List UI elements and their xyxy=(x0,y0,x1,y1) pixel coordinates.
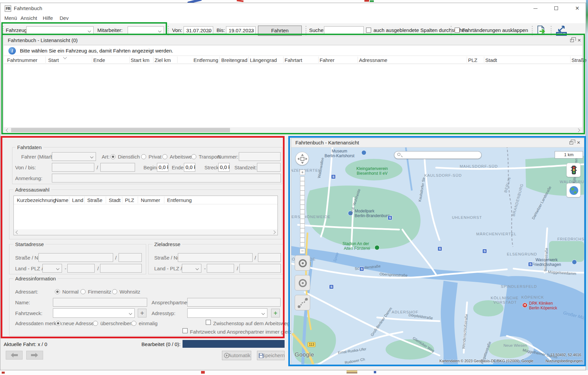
column-header-fahrer[interactable]: Fahrer xyxy=(320,57,334,63)
anmerkung-input[interactable] xyxy=(52,174,281,182)
start-land-select[interactable] xyxy=(42,264,62,273)
stadium-icon[interactable] xyxy=(374,245,380,250)
close-panel-icon[interactable]: × xyxy=(577,140,580,145)
traffic-layer-button[interactable] xyxy=(566,163,581,177)
merken-einmalig-radio[interactable] xyxy=(131,321,136,326)
adressart-firmensitz-radio[interactable] xyxy=(80,289,86,294)
column-header-ende[interactable]: Ende xyxy=(93,57,105,63)
ende-field[interactable]: 0,0 km xyxy=(184,163,195,172)
column-header-stadt[interactable]: Stadt xyxy=(485,57,497,63)
locate-destination-button[interactable] xyxy=(295,275,310,291)
beginn-field[interactable]: 0,0 km xyxy=(157,163,168,172)
automatic-button[interactable]: Automatik xyxy=(222,351,251,360)
wasserwerk-icon[interactable] xyxy=(572,260,577,265)
modellpark-poi-label[interactable]: Modellpark xyxy=(355,209,374,213)
fahrtzweck-select[interactable] xyxy=(53,308,135,318)
adressart-wohnsitz-radio[interactable] xyxy=(112,289,117,294)
ziel-ort-input[interactable] xyxy=(239,264,281,273)
art-privat-radio[interactable] xyxy=(141,154,146,159)
ziel-land-select[interactable] xyxy=(182,264,201,273)
museum-poi-label[interactable]: Museum xyxy=(318,149,361,154)
name-input[interactable] xyxy=(53,298,147,307)
modellpark-poi-label2[interactable]: Berlin-Brandenburg xyxy=(355,213,390,218)
export-button[interactable] xyxy=(535,25,547,37)
column-header-plz[interactable]: PLZ xyxy=(468,57,478,63)
scroll-left-icon[interactable] xyxy=(6,128,9,132)
ziel-nr-input[interactable] xyxy=(258,253,281,262)
menu-dev[interactable]: Dev xyxy=(60,15,69,21)
map-terms-link[interactable]: Nutzungsbedingungen xyxy=(546,359,583,363)
menu-menue[interactable]: Menü xyxy=(4,15,17,21)
employee-select[interactable] xyxy=(128,26,164,35)
maximize-button[interactable] xyxy=(548,3,565,14)
addr-col-strasse[interactable]: Straße xyxy=(87,197,102,203)
add-adresstyp-button[interactable]: + xyxy=(271,309,280,317)
add-fahrtzweck-button[interactable]: + xyxy=(138,309,146,317)
von-input[interactable] xyxy=(52,163,94,172)
sbahn-station-icon[interactable]: S xyxy=(329,284,334,289)
start-strasse-input[interactable] xyxy=(38,253,113,262)
fahrer-select[interactable] xyxy=(52,152,96,161)
stadion-poi-label[interactable]: Stadion An der xyxy=(342,241,369,246)
column-header-fahrtnummer[interactable]: Fahrtnummer xyxy=(7,57,37,63)
kleingarten-poi-label[interactable]: Kleingartenverein xyxy=(345,166,399,171)
save-button[interactable]: Speichern xyxy=(257,351,285,360)
route-button[interactable] xyxy=(295,295,310,310)
merken-ueberschreiben-radio[interactable] xyxy=(93,321,98,326)
sbahn-station-icon[interactable]: S xyxy=(388,215,392,220)
map-search-box[interactable] xyxy=(394,151,482,159)
sbahn-station-icon[interactable]: S xyxy=(528,262,533,267)
merken-neue-radio[interactable] xyxy=(56,321,61,326)
minimize-button[interactable] xyxy=(527,3,544,14)
addr-col-kurzbezeichnung[interactable]: Kurzbezeichnung xyxy=(17,197,56,203)
float-panel-icon[interactable] xyxy=(569,141,573,144)
column-header-adressname[interactable]: Adressname xyxy=(359,57,387,63)
ziel-plz-input[interactable] xyxy=(207,264,234,273)
kleingarten-poi-label2[interactable]: Biesenhorst II eV xyxy=(345,171,399,176)
standzeit-input[interactable] xyxy=(257,163,281,172)
refresh-trips-button[interactable]: Fahrten aktualisieren xyxy=(258,26,302,36)
adresstyp-select[interactable] xyxy=(187,308,267,318)
stadion-poi-label2[interactable]: Alten Försterei xyxy=(344,246,370,251)
zwischenstop-checkbox[interactable] xyxy=(206,320,211,325)
addr-col-name[interactable]: Name xyxy=(55,197,68,203)
list-horizontal-scrollbar[interactable] xyxy=(4,127,582,133)
column-header-start[interactable]: Start xyxy=(48,57,59,63)
float-panel-icon[interactable] xyxy=(570,39,574,42)
addr-col-entfernung[interactable]: Entfernung xyxy=(167,197,192,203)
museum-icon[interactable] xyxy=(361,150,366,155)
drk-poi-label2[interactable]: Berlin Köpenick xyxy=(529,306,557,310)
bis-input[interactable] xyxy=(100,163,135,172)
date-to-select[interactable]: 19.07.2023 xyxy=(226,26,256,35)
scroll-right-icon[interactable] xyxy=(272,230,275,234)
sbahn-station-icon[interactable]: S xyxy=(437,246,442,251)
vehicle-select[interactable] xyxy=(26,26,94,35)
next-trip-button[interactable] xyxy=(26,351,43,360)
nummer-input[interactable] xyxy=(239,152,281,161)
locate-start-button[interactable] xyxy=(295,255,310,271)
previous-trip-button[interactable] xyxy=(6,351,23,360)
scroll-right-icon[interactable] xyxy=(576,128,580,132)
sbahn-station-icon[interactable]: S xyxy=(331,174,336,179)
scroll-left-icon[interactable] xyxy=(15,230,19,234)
zoom-slider[interactable] xyxy=(300,176,305,247)
scrollbar-thumb[interactable] xyxy=(11,128,230,132)
art-transport-radio[interactable] xyxy=(191,154,196,159)
start-ort-input[interactable] xyxy=(100,264,142,273)
addr-col-land[interactable]: Land xyxy=(72,197,83,203)
art-dienstlich-radio[interactable] xyxy=(110,154,116,159)
earth-view-button[interactable] xyxy=(566,183,581,197)
strecke-field[interactable]: 0,0 km xyxy=(218,163,230,172)
column-header-laengengrad[interactable]: Längengrad xyxy=(250,57,277,63)
date-from-select[interactable]: 31.07.2020 xyxy=(184,26,213,35)
addr-col-stadt[interactable]: Stadt xyxy=(109,197,121,203)
adressart-normal-radio[interactable] xyxy=(55,289,60,294)
hospital-icon[interactable]: H xyxy=(522,303,527,308)
map-canvas[interactable]: MAHLSDORF-SÜD KAULSDORF-SÜD WALDESRUH PR… xyxy=(291,147,584,364)
column-header-startkm[interactable]: Start km xyxy=(131,57,150,63)
start-plz-input[interactable] xyxy=(67,264,95,273)
art-arbeitsweg-radio[interactable] xyxy=(162,154,167,159)
column-header-fahrtart[interactable]: Fahrtart xyxy=(285,57,302,63)
sbahn-station-icon[interactable]: S xyxy=(482,249,487,253)
column-header-breitengrad[interactable]: Breitengrad xyxy=(221,57,248,63)
